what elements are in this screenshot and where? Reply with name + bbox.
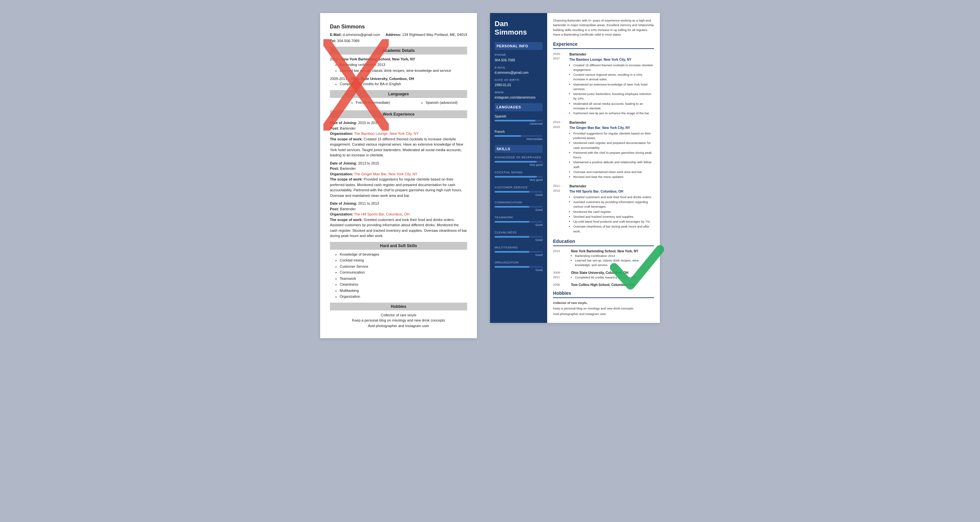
skills-sidebar-title: Skills [495, 145, 542, 153]
exp-entry-1: 2015 - 2017 Bartender The Bamboo Lounge,… [553, 52, 654, 116]
summary: Charming Bartender with 5+ years of expe… [553, 18, 654, 37]
skill-item: Teamwork [340, 276, 467, 281]
work-header: Work Experience [330, 110, 467, 118]
lang-item-french: French (intermediate) [356, 100, 390, 105]
lang-spanish: Spanish Advanced [495, 114, 542, 126]
skill-item: Multitasking [340, 288, 467, 294]
edu-entry-1: 2013 New York Bartending School, New Yor… [553, 249, 654, 268]
email-value: d.simmons@gmail.com [495, 70, 542, 75]
skill-item: Cleanliness [340, 282, 467, 287]
academic-entry-2: 2009-2011 – Ohio State University, Colum… [330, 76, 467, 87]
resume-sidebar: Dan Simmons Personal Info Phone 304-506-… [490, 13, 547, 323]
right-name: Dan Simmons [495, 20, 542, 37]
lang-french: French Intermediate [495, 129, 542, 142]
lang-item-spanish: Spanish (advanced) [426, 100, 458, 105]
www-label: WWW [495, 90, 542, 95]
personal-info-title: Personal Info [495, 42, 542, 50]
skill-multitasking: MULTITASKING Good [495, 246, 542, 257]
skills-header: Hard and Soft Skills [330, 242, 467, 250]
academic-header: Academic Details [330, 47, 467, 54]
academic-bullet: Bartending certification 2013 [340, 62, 467, 68]
skill-cleanliness: CLEANLINESS Good [495, 230, 542, 242]
left-address: Address: 134 Rightward Way Portland, ME,… [385, 32, 467, 38]
phone-value: 304-506-7089 [495, 58, 542, 63]
languages-header: Languages [330, 90, 467, 98]
dob-value: 1990-01-01 [495, 83, 542, 87]
skill-knowledge: KNOWLEDGE OF BEVERAGES Very good [495, 155, 542, 167]
skill-cocktail: COCKTAIL MIXING Very good [495, 170, 542, 182]
skill-teamwork: TEAMWORK Good [495, 216, 542, 227]
exp-entry-3: 2011 - 2013 Bartender The Hill Sports Ba… [553, 184, 654, 234]
academic-entry-1: 2013 - New York Bartending School, New Y… [330, 57, 467, 73]
education-title: Education [553, 238, 654, 246]
skill-customer: CUSTOMER SERVICE Good [495, 186, 542, 197]
hobbies-content-right: Collector of rare vinyls. Keep a persona… [553, 301, 654, 317]
academic-bullet: Learned bar set-up, classic drink recipe… [340, 68, 467, 73]
skill-communication: COMMUNICATION Good [495, 200, 542, 212]
resume-main: Charming Bartender with 5+ years of expe… [547, 13, 660, 323]
dob-label: Date of birth [495, 78, 542, 82]
left-contact-row: E-Mail: d.simmons@gmail.com Address: 134… [330, 32, 467, 38]
skills-list: Knowledge of beverages Cocktail mixing C… [340, 252, 467, 299]
www-value: instagram.com/dansimmons [495, 95, 542, 100]
email-label: E-mail [495, 65, 542, 70]
left-email: E-Mail: d.simmons@gmail.com [330, 32, 380, 38]
skill-item: Communication [340, 270, 467, 275]
work-entry-3: Date of Joining: 2011 to 2013 Post: Bart… [330, 201, 467, 239]
skill-item: Cocktail mixing [340, 257, 467, 263]
hobbies-content: Collector of rare vinyls Keep a personal… [330, 313, 467, 329]
left-tel: Tel: 304-506-7089 [330, 38, 467, 44]
phone-label: Phone [495, 52, 542, 57]
resume-bad: Dan Simmons E-Mail: d.simmons@gmail.com … [320, 13, 477, 338]
skill-item: Organization [340, 294, 467, 299]
academic-bullet: Completed 60 credits for BA in English [340, 81, 467, 87]
hobbies-title: Hobbies [553, 290, 654, 298]
languages-sidebar-title: Languages [495, 103, 542, 111]
resume-good: Dan Simmons Personal Info Phone 304-506-… [490, 13, 660, 323]
work-entry-2: Date of Joining: 2013 to 2015 Post: Bart… [330, 160, 467, 198]
skill-item: Knowledge of beverages [340, 252, 467, 257]
skill-item: Customer Service [340, 264, 467, 269]
hobbies-header: Hobbies [330, 303, 467, 311]
skill-organization: ORGANIZATION Good [495, 260, 542, 272]
exp-entry-2: 2013 - 2015 Bartender The Ginger Man Bar… [553, 120, 654, 179]
edu-entry-2: 2009 - 2011 Ohio State University, Colum… [553, 270, 654, 280]
work-entry-1: Date of Joining: 2015 to 2017 Post: Bart… [330, 120, 467, 158]
left-name: Dan Simmons [330, 23, 467, 31]
experience-title: Experience [553, 41, 654, 49]
edu-entry-3: 2008 Tom Collins High School, Columbus, … [553, 282, 654, 287]
languages-row: French (intermediate) Spanish (advanced) [330, 100, 467, 107]
